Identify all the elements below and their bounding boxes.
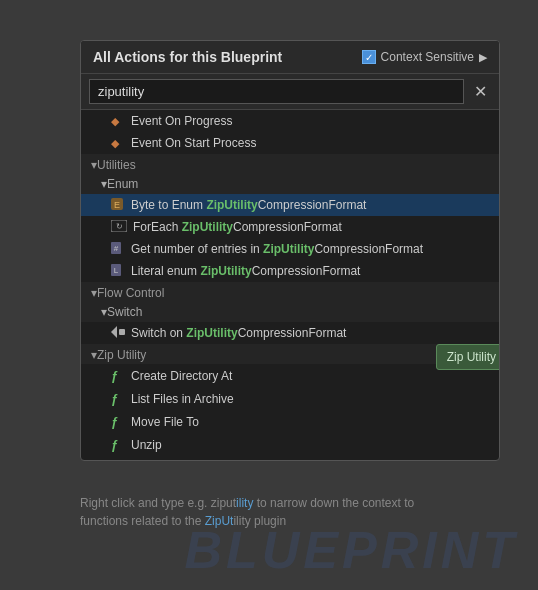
item-label: ForEach ZipUtilityCompressionFormat [133,220,342,234]
list-item[interactable]: ◆ Event On Start Process [81,132,499,154]
item-label: Switch on ZipUtilityCompressionFormat [131,326,346,340]
item-label: Unzip [131,438,162,452]
diamond-icon: ◆ [111,137,125,150]
results-list[interactable]: ◆ Event On Progress ◆ Event On Start Pro… [81,110,499,460]
diamond-icon: ◆ [111,115,125,128]
item-label: Move File To [131,415,199,429]
section-flow-control: ▾Flow Control [81,282,499,302]
footer-hint: Right click and type e.g. ziputility to … [80,494,518,530]
svg-text:#: # [114,244,119,253]
svg-text:↻: ↻ [116,222,123,231]
section-enum: ▾Enum [81,174,499,194]
item-label: List Files in Archive [131,392,234,406]
item-label: Event On Start Process [131,136,256,150]
func-icon: ƒ [111,391,125,406]
section-utilities: ▾Utilities [81,154,499,174]
list-item[interactable]: ↻ ForEach ZipUtilityCompressionFormat [81,216,499,238]
func-icon: ƒ [111,368,125,383]
zip-utility-tooltip: Zip Utility [436,344,499,370]
item-label: Create Directory At [131,369,232,383]
list-item[interactable]: E Byte to Enum ZipUtilityCompressionForm… [81,194,499,216]
list-item[interactable]: L Literal enum ZipUtilityCompressionForm… [81,260,499,282]
list-item[interactable]: ◆ Event On Progress [81,110,499,132]
item-label: Literal enum ZipUtilityCompressionFormat [131,264,360,278]
section-zip-utility: ▾Zip Utility Zip Utility [81,344,499,364]
footer-text-content: Right click and type e.g. ziputility to … [80,496,414,528]
func-icon: ƒ [111,437,125,452]
context-sensitive-label: Context Sensitive [381,50,474,64]
search-bar: ✕ [81,74,499,110]
panel-title: All Actions for this Blueprint [93,49,282,65]
svg-text:L: L [114,266,119,275]
doc-icon: # [111,242,125,256]
context-sensitive-toggle[interactable]: ✓ Context Sensitive ▶ [362,50,487,64]
list-item-list-files[interactable]: ƒ List Files in Archive [81,387,499,410]
clear-search-button[interactable]: ✕ [470,82,491,102]
search-input[interactable] [89,79,464,104]
section-switch: ▾Switch [81,302,499,322]
list-item-unzip-format[interactable]: ƒ Unzip with Format [81,456,499,460]
item-label: Byte to Enum ZipUtilityCompressionFormat [131,198,366,212]
expand-arrow-icon: ▶ [479,51,487,64]
item-label: Get number of entries in ZipUtilityCompr… [131,242,423,256]
svg-rect-9 [119,329,125,335]
list-item-move-file[interactable]: ƒ Move File To [81,410,499,433]
svg-marker-8 [111,326,117,338]
list-item-unzip[interactable]: ƒ Unzip [81,433,499,456]
list-item[interactable]: # Get number of entries in ZipUtilityCom… [81,238,499,260]
svg-text:E: E [114,200,120,210]
list-item[interactable]: Switch on ZipUtilityCompressionFormat [81,322,499,344]
item-label: Event On Progress [131,114,232,128]
switch-icon [111,326,125,340]
enum-icon: E [111,198,125,212]
doc-icon: L [111,264,125,278]
context-checkbox-icon[interactable]: ✓ [362,50,376,64]
panel-header: All Actions for this Blueprint ✓ Context… [81,41,499,74]
foreach-icon: ↻ [111,220,127,234]
func-icon: ƒ [111,414,125,429]
actions-panel: All Actions for this Blueprint ✓ Context… [80,40,500,461]
